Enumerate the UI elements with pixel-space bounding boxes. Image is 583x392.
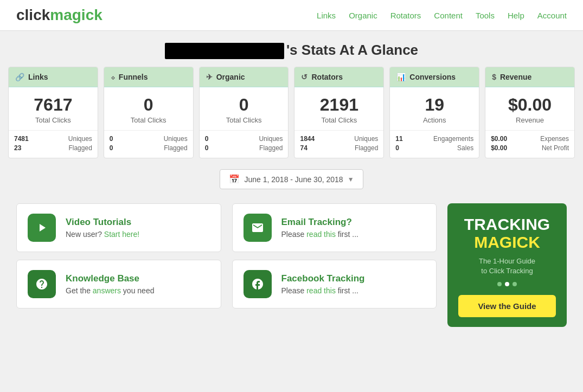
stat-sublabel-conversions: Actions — [423, 116, 446, 124]
stat-detail-lbl: Flagged — [355, 144, 378, 152]
stat-detail: $0.00 Expenses — [491, 135, 569, 143]
revenue-icon: $ — [492, 73, 496, 81]
stat-main-links: 7617 Total Clicks — [9, 87, 98, 131]
info-card-video-tutorials[interactable]: Video Tutorials New user? Start here! — [16, 203, 221, 252]
nav-tools[interactable]: Tools — [476, 11, 495, 20]
date-range-label: June 1, 2018 - June 30, 2018 — [244, 175, 343, 184]
stat-number-funnels: 0 — [110, 95, 188, 115]
stat-details-funnels: 0 Uniques 0 Flagged — [104, 131, 193, 158]
info-card-link-knowledge-base[interactable]: answers — [93, 286, 121, 295]
facebook-icon — [251, 278, 264, 291]
stat-header-conversions: 📊 Conversions — [390, 67, 479, 87]
nav-rotators[interactable]: Rotators — [390, 11, 421, 20]
header: clickmagick Links Organic Rotators Conte… — [0, 0, 583, 31]
stat-card-conversions[interactable]: 📊 Conversions 19 Actions 11 Engagements … — [389, 67, 479, 158]
stat-sublabel-funnels: Total Clicks — [131, 116, 166, 124]
stat-header-links: 🔗 Links — [9, 67, 98, 87]
info-card-email-tracking[interactable]: Email Tracking? Please read this first .… — [232, 203, 437, 252]
info-card-title-video-tutorials: Video Tutorials — [66, 217, 139, 228]
stat-header-label: Links — [28, 73, 48, 81]
info-card-link-video-tutorials[interactable]: Start here! — [104, 230, 139, 239]
stat-detail: 1844 Uniques — [300, 135, 378, 143]
stats-row: 🔗 Links 7617 Total Clicks 7481 Uniques 2… — [0, 67, 583, 158]
info-card-text-facebook-tracking: Facebook Tracking Please read this first… — [281, 273, 365, 295]
info-card-text-video-tutorials: Video Tutorials New user? Start here! — [66, 217, 139, 239]
stat-number-organic: 0 — [205, 95, 283, 115]
info-card-link-email-tracking[interactable]: read this — [306, 230, 336, 239]
stat-detail: $0.00 Net Profit — [491, 144, 569, 152]
stat-card-revenue[interactable]: $ Revenue $0.00 Revenue $0.00 Expenses $… — [485, 67, 575, 158]
nav-account[interactable]: Account — [537, 11, 567, 20]
stat-card-links[interactable]: 🔗 Links 7617 Total Clicks 7481 Uniques 2… — [8, 67, 98, 158]
stat-detail: 0 Flagged — [110, 144, 188, 152]
info-card-text-knowledge-base: Knowledge Base Get the answers you need — [66, 273, 154, 295]
stat-detail: 23 Flagged — [14, 144, 92, 152]
info-card-link-facebook-tracking[interactable]: read this — [306, 286, 336, 295]
stat-detail-lbl: Uniques — [259, 135, 283, 143]
info-card-body-email-tracking: Please read this first ... — [281, 230, 358, 239]
stat-header-label: Organic — [216, 73, 245, 81]
calendar-icon: 📅 — [229, 174, 240, 184]
nav-content[interactable]: Content — [434, 11, 463, 20]
chevron-down-icon: ▼ — [348, 176, 354, 183]
stat-detail: 7481 Uniques — [14, 135, 92, 143]
promo-subtitle: The 1-Hour Guideto Click Tracking — [458, 256, 556, 276]
question-icon-bg — [28, 270, 56, 298]
email-icon-bg — [244, 214, 272, 242]
stat-header-label: Conversions — [409, 73, 456, 81]
stat-details-revenue: $0.00 Expenses $0.00 Net Profit — [485, 131, 574, 158]
date-section: 📅 June 1, 2018 - June 30, 2018 ▼ — [0, 158, 583, 195]
main-nav: Links Organic Rotators Content Tools Hel… — [317, 11, 567, 20]
stat-detail-num: 23 — [14, 144, 21, 152]
promo-dots — [458, 282, 556, 286]
stat-detail: 0 Flagged — [205, 144, 283, 152]
info-card-text-email-tracking: Email Tracking? Please read this first .… — [281, 217, 358, 239]
stat-detail-num: 0 — [110, 135, 113, 143]
promo-title-tracking: TRACKING — [458, 215, 556, 233]
stat-detail-num: 0 — [110, 144, 113, 152]
nav-help[interactable]: Help — [508, 11, 524, 20]
stat-detail-num: $0.00 — [491, 135, 507, 143]
promo-title-magick: MAGICK — [458, 233, 556, 251]
stat-header-revenue: $ Revenue — [485, 67, 574, 87]
stat-card-organic[interactable]: ✈ Organic 0 Total Clicks 0 Uniques 0 Fla… — [199, 67, 289, 158]
stat-details-links: 7481 Uniques 23 Flagged — [9, 131, 98, 158]
info-card-knowledge-base[interactable]: Knowledge Base Get the answers you need — [16, 260, 221, 309]
funnels-icon: ⬦ — [111, 73, 115, 81]
page-title: 's Stats At A Glance — [0, 42, 583, 59]
stat-detail: 0 Sales — [395, 144, 473, 152]
logo-magick: magick — [50, 7, 102, 24]
stat-sublabel-organic: Total Clicks — [226, 116, 262, 124]
stat-number-links: 7617 — [14, 95, 92, 115]
stat-card-rotators[interactable]: ↺ Rotators 2191 Total Clicks 1844 Unique… — [294, 67, 384, 158]
info-card-facebook-tracking[interactable]: Facebook Tracking Please read this first… — [232, 260, 437, 309]
stat-detail: 0 Uniques — [205, 135, 283, 143]
conversions-icon: 📊 — [396, 73, 406, 81]
stat-main-funnels: 0 Total Clicks — [104, 87, 193, 131]
nav-links[interactable]: Links — [317, 11, 336, 20]
info-card-body-knowledge-base: Get the answers you need — [66, 286, 154, 295]
organic-icon: ✈ — [206, 73, 213, 81]
stat-sublabel-revenue: Revenue — [516, 116, 544, 124]
stat-header-rotators: ↺ Rotators — [294, 67, 383, 87]
date-picker-button[interactable]: 📅 June 1, 2018 - June 30, 2018 ▼ — [220, 169, 363, 189]
stat-detail-num: $0.00 — [491, 144, 507, 152]
stat-card-funnels[interactable]: ⬦ Funnels 0 Total Clicks 0 Uniques 0 Fla… — [104, 67, 194, 158]
links-icon: 🔗 — [15, 73, 24, 81]
info-card-title-knowledge-base: Knowledge Base — [66, 273, 154, 284]
stat-detail: 0 Uniques — [110, 135, 188, 143]
stat-detail: 74 Flagged — [300, 144, 378, 152]
view-guide-button[interactable]: View the Guide — [458, 295, 556, 317]
cards-right: Email Tracking? Please read this first .… — [232, 203, 437, 309]
stat-detail-lbl: Sales — [457, 144, 473, 152]
cards-left: Video Tutorials New user? Start here! Kn… — [16, 203, 221, 309]
stat-details-organic: 0 Uniques 0 Flagged — [200, 131, 289, 158]
stat-detail-lbl: Uniques — [68, 135, 92, 143]
logo: clickmagick — [16, 7, 102, 24]
stat-header-label: Rotators — [311, 73, 343, 81]
play-icon — [35, 221, 48, 234]
stat-detail: 11 Engagements — [395, 135, 473, 143]
stat-detail-lbl: Uniques — [354, 135, 378, 143]
stat-main-revenue: $0.00 Revenue — [485, 87, 574, 131]
nav-organic[interactable]: Organic — [349, 11, 377, 20]
